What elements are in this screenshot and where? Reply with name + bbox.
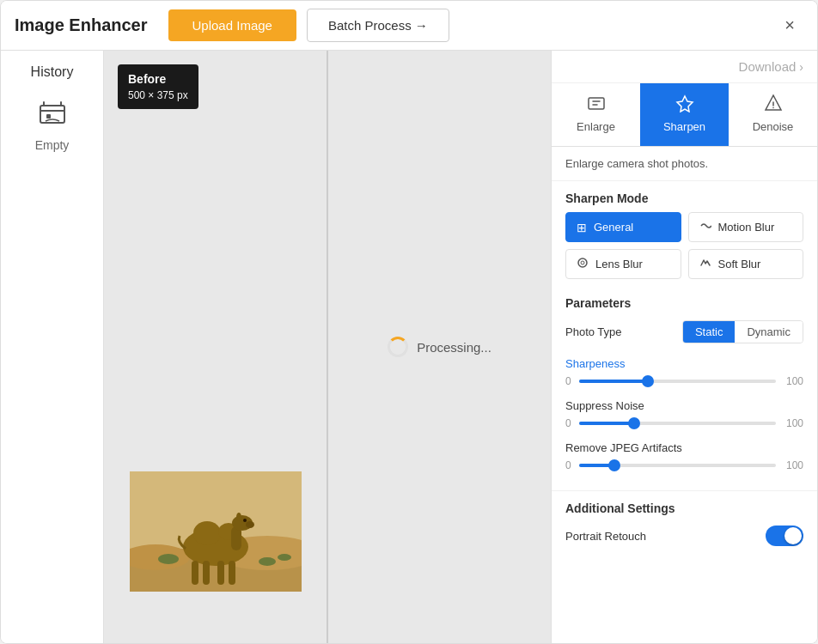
toggle-static[interactable]: Static <box>683 321 736 343</box>
suppress-noise-row: Suppress Noise 0 100 <box>565 399 803 429</box>
jpeg-min: 0 <box>565 459 572 471</box>
sharpen-modes: ⊞ General Motion Blur <box>552 212 817 289</box>
additional-label: Additional Settings <box>565 501 803 515</box>
sharpen-icon <box>675 94 694 117</box>
jpeg-max: 100 <box>783 459 803 471</box>
suppress-noise-label: Suppress Noise <box>565 399 803 412</box>
chevron-right-icon: › <box>799 60 803 74</box>
noise-min: 0 <box>565 417 572 429</box>
right-panel: Download › Enlarge <box>551 51 817 643</box>
before-label: Before 500 × 375 px <box>118 64 198 109</box>
before-panel: Before 500 × 375 px <box>104 51 327 643</box>
sharpness-label: Sharpeness <box>565 357 803 370</box>
jpeg-track <box>579 464 776 467</box>
soft-blur-icon <box>699 257 711 271</box>
jpeg-artifacts-row: Remove JPEG Artifacts 0 100 <box>565 441 803 471</box>
header: Image Enhancer Upload Image Batch Proces… <box>1 1 817 51</box>
enlarge-desc: Enlarge camera shot photos. <box>552 147 817 181</box>
portrait-retouch-toggle[interactable] <box>766 526 803 546</box>
sharpness-track <box>579 380 776 383</box>
toggle-knob <box>784 527 802 544</box>
toggle-dynamic[interactable]: Dynamic <box>735 321 803 343</box>
mode-lens-blur[interactable]: Lens Blur <box>565 249 681 279</box>
mode-soft-blur[interactable]: Soft Blur <box>688 249 804 279</box>
general-icon: ⊞ <box>577 221 587 234</box>
mode-tabs: Enlarge Sharpen <box>552 83 817 147</box>
download-button[interactable]: Download › <box>739 59 803 74</box>
tab-denoise[interactable]: Denoise <box>729 83 817 146</box>
app-container: Image Enhancer Upload Image Batch Proces… <box>0 0 818 644</box>
main-layout: History Empty Before 500 × <box>1 51 817 643</box>
svg-rect-18 <box>229 561 235 585</box>
svg-point-25 <box>772 107 774 109</box>
before-dimensions: 500 × 375 px <box>128 88 188 103</box>
svg-point-13 <box>236 513 241 521</box>
before-title: Before <box>128 71 188 88</box>
svg-point-20 <box>259 557 276 566</box>
svg-point-26 <box>578 258 587 267</box>
loading-spinner <box>388 337 408 357</box>
processing-container: Processing... <box>388 337 491 357</box>
processing-text: Processing... <box>417 340 491 355</box>
portrait-retouch-row: Portrait Retouch <box>565 526 803 546</box>
photo-type-label: Photo Type <box>565 325 622 338</box>
denoise-icon <box>764 94 783 117</box>
portrait-retouch-label: Portrait Retouch <box>565 530 646 543</box>
download-row: Download › <box>552 51 817 83</box>
history-icon <box>37 97 68 131</box>
upload-button[interactable]: Upload Image <box>168 9 296 41</box>
svg-point-19 <box>158 554 179 564</box>
sharpness-max: 100 <box>783 375 803 387</box>
batch-process-button[interactable]: Batch Process → <box>307 9 449 42</box>
svg-rect-0 <box>40 106 64 123</box>
sharpness-row: Sharpeness 0 100 <box>565 357 803 387</box>
empty-label: Empty <box>35 138 70 152</box>
lens-blur-icon <box>577 257 589 271</box>
app-title: Image Enhancer <box>15 15 148 35</box>
photo-type-toggle: Static Dynamic <box>682 320 803 343</box>
camel-image <box>130 471 302 592</box>
noise-max: 100 <box>783 417 803 429</box>
jpeg-label: Remove JPEG Artifacts <box>565 441 803 454</box>
additional-settings: Additional Settings Portrait Retouch <box>552 490 817 556</box>
svg-rect-1 <box>46 114 51 118</box>
motion-blur-icon <box>699 220 711 234</box>
svg-point-12 <box>246 521 254 528</box>
parameters-section: Parameters Photo Type Static Dynamic Sha… <box>552 289 817 490</box>
close-button[interactable]: × <box>776 12 803 39</box>
enlarge-icon <box>587 94 606 117</box>
svg-point-14 <box>243 519 247 522</box>
photo-type-row: Photo Type Static Dynamic <box>565 320 803 343</box>
after-panel: Processing... <box>328 51 551 643</box>
image-area: Before 500 × 375 px <box>104 51 551 643</box>
svg-rect-17 <box>217 561 224 585</box>
sharpness-min: 0 <box>565 375 572 387</box>
noise-track <box>579 422 776 425</box>
svg-point-8 <box>193 521 221 545</box>
tab-sharpen[interactable]: Sharpen <box>640 83 729 146</box>
parameters-label: Parameters <box>565 296 803 310</box>
svg-marker-23 <box>677 96 693 112</box>
mode-motion-blur[interactable]: Motion Blur <box>688 212 804 242</box>
sidebar: History Empty <box>1 51 104 643</box>
tab-enlarge[interactable]: Enlarge <box>552 83 640 146</box>
svg-rect-16 <box>203 561 210 585</box>
history-label: History <box>31 64 74 80</box>
mode-general[interactable]: ⊞ General <box>565 212 681 242</box>
svg-rect-15 <box>192 561 198 585</box>
svg-point-27 <box>581 261 584 264</box>
svg-point-21 <box>278 554 291 561</box>
svg-rect-22 <box>589 98 604 109</box>
sharpen-mode-label: Sharpen Mode <box>552 181 817 212</box>
